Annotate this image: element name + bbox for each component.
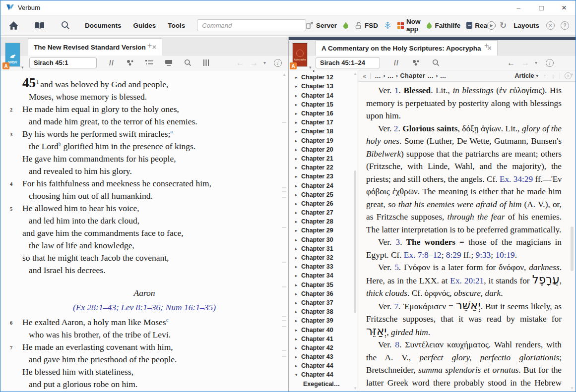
toc-item[interactable]: ▸Chapter 40 [289, 325, 358, 334]
outline-view-icon[interactable] [145, 59, 153, 66]
columns-icon[interactable] [203, 59, 209, 66]
toc-item[interactable]: ▸Chapter 14 [289, 91, 358, 100]
toc-item[interactable]: Exegetical… [289, 380, 358, 389]
toc-scrollbar[interactable]: ▲ ▼ [353, 71, 357, 391]
chevron-right-icon[interactable]: ▸ [295, 174, 301, 179]
toc-item[interactable]: ▸Chapter 43 [289, 352, 358, 361]
help-button[interactable]: ? [561, 21, 569, 30]
chevron-right-icon[interactable]: ▸ [295, 318, 301, 323]
corresponding-words-icon[interactable] [412, 59, 420, 66]
scrollbar-thumb[interactable] [571, 226, 574, 271]
info-icon[interactable]: i [546, 59, 554, 67]
toc-item[interactable]: ▸Chapter 18 [289, 127, 358, 136]
inline-search-icon[interactable] [184, 59, 192, 66]
toc-item[interactable]: ▸Chapter 20 [289, 145, 358, 154]
menu-documents[interactable]: Documents [85, 22, 122, 29]
next-article-icon[interactable]: ↓ [552, 72, 555, 80]
home-button[interactable] [9, 21, 18, 30]
chevron-right-icon[interactable]: ▸ [295, 282, 301, 287]
chevron-right-icon[interactable]: ▸ [295, 264, 301, 269]
library-button[interactable] [35, 22, 45, 29]
chevron-right-icon[interactable]: ▸ [295, 147, 301, 152]
bible-scrollbar[interactable]: ▲ [281, 72, 287, 390]
panel-link-badge[interactable]: A [2, 62, 9, 69]
chevron-right-icon[interactable]: ▸ [295, 219, 301, 224]
forward-icon[interactable]: → [250, 58, 258, 67]
inline-search-icon[interactable] [432, 59, 440, 66]
toc-item[interactable]: ▸Chapter 22 [289, 163, 358, 172]
server-button[interactable]: Server [306, 22, 337, 29]
chevron-right-icon[interactable]: ▸ [295, 291, 301, 296]
parallel-resources-icon[interactable]: // [109, 59, 114, 67]
history-dropdown-icon[interactable]: ▾ [535, 60, 537, 65]
reference-input[interactable] [316, 57, 380, 68]
toc-item[interactable]: ▸Chapter 17 [289, 118, 358, 127]
chevron-right-icon[interactable]: ▸ [295, 255, 301, 260]
history-dropdown-icon[interactable]: ▾ [263, 60, 266, 65]
previous-article-icon[interactable]: ↑ [543, 72, 547, 80]
faithlife-flame-indicator[interactable] [343, 22, 349, 29]
chevron-right-icon[interactable]: ▸ [295, 363, 301, 368]
chevron-right-icon[interactable]: ▸ [295, 210, 301, 215]
toc-item[interactable]: ▸Chapter 39 [289, 316, 358, 325]
scripture-link[interactable]: 8:29 [446, 250, 461, 260]
back-icon[interactable]: ← [236, 58, 244, 67]
breadcrumb[interactable]: … › … › Chapter … › … [375, 72, 447, 79]
footnote-marker[interactable]: a [170, 129, 173, 134]
new-tab-button[interactable]: + [484, 41, 489, 50]
toc-item[interactable]: ▸Chapter 25 [289, 190, 358, 199]
chevron-right-icon[interactable]: ▸ [295, 345, 301, 350]
scripture-link[interactable]: Ex. 20:21 [450, 276, 484, 285]
chevron-right-icon[interactable]: ▸ [295, 201, 301, 206]
toc-item[interactable]: ▸Chapter 42 [289, 343, 358, 352]
chevron-right-icon[interactable]: ▸ [295, 165, 301, 170]
fsd-button[interactable]: FSD [355, 22, 378, 29]
chevron-right-icon[interactable]: ▸ [295, 237, 301, 242]
toc-item[interactable]: ▸Chapter 16 [289, 109, 358, 118]
sync-button[interactable]: ↻ [500, 21, 507, 30]
forward-icon[interactable]: → [521, 58, 529, 67]
toc-item[interactable]: ▸Chapter 37 [289, 298, 358, 307]
toc-item[interactable]: ▸Chapter 28 [289, 217, 358, 226]
toc-item[interactable]: ▸Chapter 33 [289, 262, 358, 271]
menu-guides[interactable]: Guides [133, 22, 156, 29]
cross-references[interactable]: (Ex 28:1–43; Lev 8:1–36; Num 16:1–35) [0, 301, 288, 314]
chevron-right-icon[interactable]: ▸ [295, 273, 301, 278]
close-button[interactable]: × [553, 0, 576, 15]
scripture-link[interactable]: 10:19 [495, 250, 514, 260]
chevron-right-icon[interactable]: ▸ [295, 183, 301, 188]
layouts-button[interactable]: Layouts [513, 22, 539, 29]
info-icon[interactable]: i [274, 59, 282, 67]
scripture-link[interactable]: Ex. 34:29 [500, 174, 533, 184]
scroll-down-icon[interactable]: ▼ [353, 386, 357, 391]
toc-item[interactable]: ▸Chapter 44 [289, 361, 358, 370]
chevron-down-icon[interactable]: ▾ [309, 65, 312, 70]
chevron-right-icon[interactable]: ▸ [295, 192, 301, 197]
panel-link-badge[interactable]: A [290, 62, 297, 69]
toc-item[interactable]: ▸Chapter 19 [289, 136, 358, 145]
scripture-link[interactable]: Ex. 7:8–12 [404, 250, 442, 260]
chevron-right-icon[interactable]: ▸ [295, 328, 301, 333]
new-tab-button[interactable]: + [147, 41, 152, 50]
footnote-marker[interactable]: c [166, 317, 169, 323]
chevron-down-icon[interactable]: ▾ [295, 372, 301, 377]
menu-tools[interactable]: Tools [168, 22, 185, 29]
faithlife-button[interactable]: Faithlife [426, 22, 460, 29]
toc-item[interactable]: ▸Chapter 30 [289, 235, 358, 244]
toc-item[interactable]: ▸Chapter 21 [289, 154, 358, 163]
scrollbar-thumb[interactable] [354, 170, 356, 313]
display-settings-icon[interactable] [165, 59, 173, 66]
chevron-right-icon[interactable]: ▸ [295, 228, 301, 233]
tab-commentary[interactable]: A Commentary on the Holy Scriptures: Apo… [316, 40, 498, 56]
toc-item[interactable]: ▾Chapter 44 [289, 370, 358, 379]
toc-item[interactable]: ▸Chapter 29 [289, 226, 358, 235]
chevron-right-icon[interactable]: ▸ [295, 102, 301, 107]
chevron-right-icon[interactable]: ▸ [295, 156, 301, 161]
toc-item[interactable]: ▸Chapter 36 [289, 289, 358, 298]
minimize-button[interactable]: – [507, 0, 530, 15]
search-button[interactable] [61, 21, 70, 30]
toc-item[interactable]: ▸Chapter 32 [289, 253, 358, 262]
chevron-right-icon[interactable]: ▸ [295, 300, 301, 305]
chevron-right-icon[interactable]: ▸ [295, 246, 301, 251]
toc-item[interactable]: ▸Chapter 41 [289, 335, 358, 343]
